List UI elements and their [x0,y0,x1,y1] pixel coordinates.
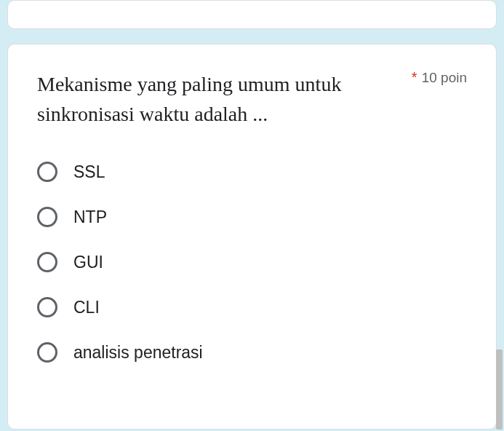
question-card: Mekanisme yang paling umum untuk sinkron… [7,44,497,430]
options-group: SSL NTP GUI CLI analisis penetrasi [37,162,467,363]
question-header: Mekanisme yang paling umum untuk sinkron… [37,70,467,129]
option-cli[interactable]: CLI [37,297,467,317]
option-label: NTP [73,207,107,227]
radio-icon [37,252,57,272]
radio-icon [37,297,57,317]
option-label: GUI [73,253,103,272]
question-text: Mekanisme yang paling umum untuk sinkron… [37,70,412,129]
radio-icon [37,207,57,227]
required-asterisk: * [412,70,417,84]
option-ssl[interactable]: SSL [37,162,467,182]
radio-icon [37,162,57,182]
option-label: CLI [73,298,100,317]
previous-card-edge [7,0,497,29]
option-gui[interactable]: GUI [37,252,467,272]
radio-icon [37,342,57,363]
points-label: 10 poin [422,70,467,86]
points-box: * 10 poin [412,70,467,86]
option-label: SSL [73,162,105,182]
option-ntp[interactable]: NTP [37,207,467,227]
option-analisis-penetrasi[interactable]: analisis penetrasi [37,342,467,363]
scrollbar-thumb[interactable] [496,349,503,430]
option-label: analisis penetrasi [73,343,203,363]
